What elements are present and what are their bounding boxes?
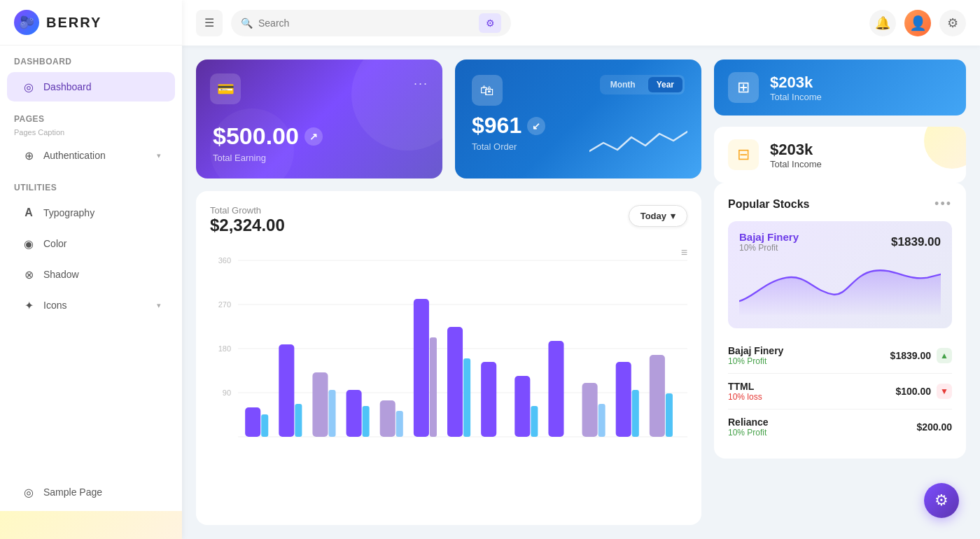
chart-header: Total Growth $2,324.00 Today ▾ bbox=[210, 205, 687, 235]
income-blue-amount: $203k bbox=[770, 74, 822, 92]
stock-bajaj-info: Bajaj Finery 10% Profit bbox=[728, 345, 783, 366]
stock-reliance-price: $200.00 bbox=[916, 421, 952, 433]
period-toggle: Month Year bbox=[600, 75, 685, 94]
chart-dropdown[interactable]: Today ▾ bbox=[629, 205, 687, 227]
svg-rect-14 bbox=[328, 390, 335, 437]
featured-stock-header: Bajaj Finery 10% Profit $1839.00 bbox=[739, 231, 941, 253]
svg-rect-9 bbox=[245, 407, 260, 437]
stock-bajaj-name: Bajaj Finery bbox=[728, 345, 783, 356]
fab-button[interactable]: ⚙ bbox=[924, 483, 959, 518]
top-cards: 💳 ... $500.00 ↗ Total Earning 🛍 bbox=[196, 59, 701, 178]
sidebar-item-typography[interactable]: A Typography bbox=[7, 198, 175, 227]
stock-ttml-price: $100.00 bbox=[895, 386, 931, 397]
chevron-down-icon: ▾ bbox=[671, 211, 676, 221]
sidebar-item-sample-page[interactable]: ◎ Sample Page bbox=[7, 477, 175, 507]
featured-stock-price: $1839.00 bbox=[891, 235, 941, 249]
stock-ttml-right: $100.00 ▼ bbox=[895, 384, 952, 399]
order-wave-chart bbox=[589, 123, 687, 164]
avatar[interactable]: 👤 bbox=[904, 10, 931, 36]
income-blue-info: $203k Total Income bbox=[770, 74, 822, 102]
income-card-blue: ⊞ $203k Total Income bbox=[714, 59, 966, 115]
stocks-menu-icon[interactable]: ••• bbox=[934, 197, 952, 211]
featured-stock-chart bbox=[739, 260, 941, 316]
logo-emoji: 🫐 bbox=[19, 15, 34, 30]
notification-bell[interactable]: 🔔 bbox=[869, 10, 896, 36]
logo-icon: 🫐 bbox=[14, 10, 39, 35]
bell-icon: 🔔 bbox=[875, 15, 890, 31]
svg-rect-29 bbox=[616, 362, 631, 437]
stock-ttml-profit: 10% loss bbox=[728, 392, 762, 402]
section-title-dashboard: Dashboard bbox=[0, 46, 182, 71]
menu-button[interactable]: ☰ bbox=[196, 10, 223, 36]
sidebar-item-icons[interactable]: ✦ Icons ▾ bbox=[7, 290, 175, 320]
income-blue-label: Total Income bbox=[770, 92, 822, 102]
featured-stock-info: Bajaj Finery 10% Profit bbox=[739, 231, 799, 253]
stock-reliance-info: Reliance 10% Profit bbox=[728, 416, 769, 438]
svg-rect-32 bbox=[666, 393, 673, 437]
section-title-pages: Pages bbox=[0, 103, 182, 128]
sidebar-bottom-decoration bbox=[0, 511, 182, 539]
main-area: ☰ 🔍 ⚙ 🔔 👤 ⚙ 💳 bbox=[182, 0, 980, 539]
dropdown-label: Today bbox=[640, 211, 666, 221]
sidebar-item-authentication[interactable]: ⊕ Authentication ▾ bbox=[7, 141, 175, 170]
year-toggle-button[interactable]: Year bbox=[648, 77, 682, 92]
section-utilities: Utilities A Typography ◉ Color ⊗ Shadow … bbox=[0, 172, 182, 321]
sidebar-item-label: Authentication bbox=[43, 150, 106, 161]
total-earning-card: 💳 ... $500.00 ↗ Total Earning bbox=[196, 59, 442, 178]
earning-amount: $500.00 ↗ bbox=[213, 122, 426, 150]
icons-icon: ✦ bbox=[21, 298, 36, 313]
section-pages: Pages Pages Caption ⊕ Authentication ▾ bbox=[0, 103, 182, 172]
top-cards-container: 💳 ... $500.00 ↗ Total Earning 🛍 bbox=[196, 59, 701, 178]
earning-card-icon: 💳 bbox=[210, 74, 241, 104]
search-input[interactable] bbox=[258, 18, 473, 29]
trend-down-icon: ↙ bbox=[527, 117, 545, 135]
popular-stocks-card: Popular Stocks ••• Bajaj Finery 10% Prof… bbox=[714, 183, 966, 458]
svg-text:180: 180 bbox=[218, 344, 231, 353]
settings-button[interactable]: ⚙ bbox=[939, 10, 966, 36]
sidebar-item-label: Typography bbox=[43, 207, 94, 218]
month-toggle-button[interactable]: Month bbox=[602, 77, 644, 92]
chart-title-label: Total Growth bbox=[210, 205, 285, 216]
sidebar-item-label: Icons bbox=[43, 300, 66, 311]
app-name: BERRY bbox=[46, 15, 102, 31]
chevron-down-icon: ▾ bbox=[157, 301, 161, 310]
pages-caption: Pages Caption bbox=[0, 128, 182, 139]
shadow-icon: ⊗ bbox=[21, 267, 36, 282]
svg-text:90: 90 bbox=[223, 388, 231, 397]
featured-stock-profit: 10% Profit bbox=[739, 243, 799, 253]
earning-card-menu[interactable]: ... bbox=[414, 74, 428, 88]
stock-reliance-profit: 10% Profit bbox=[728, 428, 769, 438]
sidebar-item-label: Dashboard bbox=[43, 81, 92, 92]
svg-rect-11 bbox=[279, 344, 294, 437]
sidebar-item-shadow[interactable]: ⊗ Shadow bbox=[7, 260, 175, 289]
svg-rect-12 bbox=[295, 404, 302, 437]
sidebar-item-dashboard[interactable]: ◎ Dashboard bbox=[7, 72, 175, 102]
income-white-amount: $203k bbox=[770, 141, 822, 159]
income-card-white: ⊟ $203k Total Income bbox=[714, 127, 966, 183]
dashboard-icon: ◎ bbox=[21, 79, 36, 94]
svg-rect-17 bbox=[380, 400, 396, 437]
stock-bajaj-profit: 10% Profit bbox=[728, 356, 783, 366]
growth-chart-card: Total Growth $2,324.00 Today ▾ ≡ bbox=[196, 191, 701, 525]
stock-ttml-info: TTML 10% loss bbox=[728, 381, 762, 402]
order-value: $961 bbox=[472, 113, 522, 139]
order-card-icon: 🛍 bbox=[472, 75, 503, 106]
income-blue-icon: ⊞ bbox=[728, 72, 759, 103]
bar-chart: 360 270 180 90 bbox=[210, 253, 687, 449]
sidebar-item-label: Sample Page bbox=[43, 486, 102, 498]
sidebar-item-label: Shadow bbox=[43, 269, 79, 280]
income-white-icon: ⊟ bbox=[728, 139, 759, 170]
section-title-utilities: Utilities bbox=[0, 172, 182, 197]
stock-row-reliance: Reliance 10% Profit $200.00 bbox=[728, 410, 952, 444]
wallet-icon: 💳 bbox=[217, 80, 234, 97]
sidebar-item-color[interactable]: ◉ Color bbox=[7, 229, 175, 258]
svg-rect-23 bbox=[481, 362, 496, 437]
stock-reliance-right: $200.00 bbox=[916, 421, 952, 433]
gear-icon: ⚙ bbox=[947, 15, 958, 31]
svg-rect-26 bbox=[548, 341, 564, 437]
filter-button[interactable]: ⚙ bbox=[479, 13, 501, 33]
stock-row-ttml: TTML 10% loss $100.00 ▼ bbox=[728, 374, 952, 410]
trend-up-badge: ▲ bbox=[937, 348, 952, 363]
svg-rect-24 bbox=[514, 376, 530, 437]
order-info: $961 ↙ Total Order bbox=[472, 113, 545, 152]
